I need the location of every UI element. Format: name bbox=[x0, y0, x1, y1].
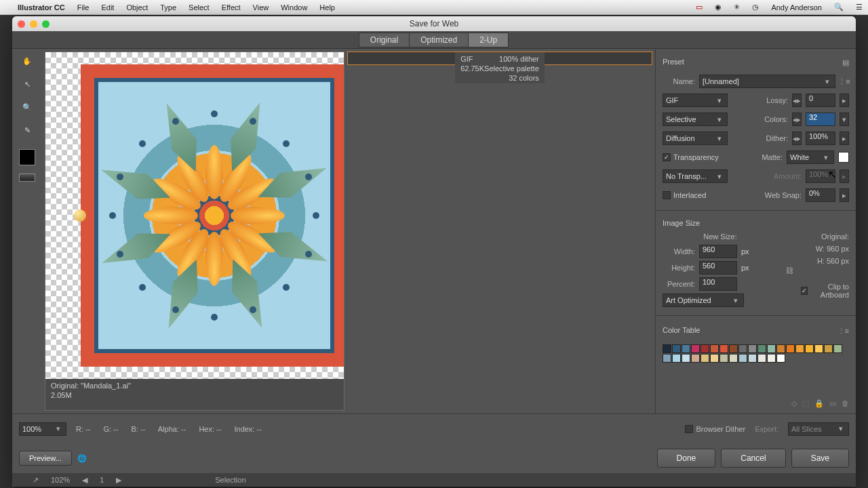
menu-object[interactable]: Object bbox=[126, 3, 148, 12]
slice-select-tool-icon[interactable]: ↖ bbox=[19, 76, 35, 92]
color-swatch[interactable] bbox=[748, 354, 757, 363]
color-swatch[interactable] bbox=[776, 344, 785, 353]
status-zoom[interactable]: 102% bbox=[51, 476, 70, 484]
color-swatch[interactable] bbox=[833, 344, 842, 353]
preview-pane-original[interactable]: Original: "Mandala_1.ai" 2.05M bbox=[45, 52, 344, 411]
color-swatch[interactable] bbox=[757, 344, 766, 353]
color-swatch[interactable] bbox=[710, 344, 719, 353]
eyedropper-tool-icon[interactable]: ✎ bbox=[19, 122, 35, 138]
matte-select[interactable]: White▾ bbox=[787, 150, 834, 164]
colors-menu-icon[interactable]: ▾ bbox=[840, 113, 849, 126]
color-swatch[interactable] bbox=[710, 354, 719, 363]
menu-edit[interactable]: Edit bbox=[101, 3, 114, 12]
colortable-menu-icon[interactable]: ⋮≡ bbox=[837, 327, 849, 336]
color-swatch[interactable] bbox=[729, 344, 738, 353]
ct-lock-icon[interactable]: 🔒 bbox=[814, 399, 824, 408]
interlaced-checkbox[interactable]: Interlaced bbox=[663, 191, 706, 199]
lossy-input[interactable]: 0 bbox=[806, 94, 835, 107]
artboard-next-icon[interactable]: ▶ bbox=[116, 476, 121, 485]
color-swatch[interactable] bbox=[672, 354, 681, 363]
menu-type[interactable]: Type bbox=[160, 3, 176, 12]
color-swatch[interactable] bbox=[682, 344, 690, 353]
menu-list-icon[interactable]: ☰ bbox=[856, 3, 863, 12]
menu-file[interactable]: File bbox=[77, 3, 90, 12]
dither-input[interactable]: 100% bbox=[806, 131, 835, 145]
zoom-select[interactable]: 100%▾ bbox=[19, 422, 66, 436]
artboard-prev-icon[interactable]: ◀ bbox=[82, 476, 87, 485]
clip-artboard-checkbox[interactable]: ✓Clip to Artboard bbox=[801, 283, 849, 299]
color-swatch[interactable] bbox=[776, 354, 785, 363]
tab-optimized[interactable]: Optimized bbox=[409, 33, 469, 47]
color-swatch[interactable] bbox=[767, 344, 776, 353]
colors-input[interactable]: 32 bbox=[806, 113, 835, 126]
color-swatch[interactable] bbox=[691, 354, 700, 363]
tab-2up[interactable]: 2-Up bbox=[468, 33, 509, 47]
color-swatch[interactable] bbox=[672, 344, 681, 353]
color-swatch[interactable] bbox=[719, 354, 728, 363]
reduction-select[interactable]: Selective▾ bbox=[663, 113, 728, 126]
ct-snap-web-icon[interactable]: ◇ bbox=[791, 399, 797, 408]
color-swatch[interactable] bbox=[805, 344, 814, 353]
colors-stepper[interactable]: ◂▸ bbox=[792, 113, 802, 126]
format-select[interactable]: GIF▾ bbox=[663, 94, 728, 107]
browser-dither-checkbox[interactable]: Browser Dither bbox=[685, 425, 745, 433]
transparency-checkbox[interactable]: ✓Transparency bbox=[663, 153, 719, 161]
percent-input[interactable]: 100 bbox=[699, 277, 737, 291]
color-swatch[interactable] bbox=[814, 344, 823, 353]
preset-menu-icon[interactable]: ▤ bbox=[842, 58, 849, 67]
status-page[interactable]: 1 bbox=[100, 476, 104, 484]
ct-map-transparent-icon[interactable]: ⬚ bbox=[802, 399, 809, 408]
color-swatch[interactable] bbox=[701, 344, 709, 353]
app-menu[interactable]: Illustrator CC bbox=[18, 3, 65, 12]
websnap-input[interactable]: 0% bbox=[806, 188, 835, 202]
save-button[interactable]: Save bbox=[791, 449, 849, 468]
constrain-link-icon[interactable]: ⛓ bbox=[786, 266, 793, 274]
color-swatch[interactable] bbox=[719, 344, 728, 353]
transparency-dither-select[interactable]: No Transp...▾ bbox=[663, 169, 728, 183]
menu-window[interactable]: Window bbox=[281, 3, 307, 12]
quality-select[interactable]: Art Optimized▾ bbox=[663, 293, 744, 307]
zoom-tool-icon[interactable]: 🔍 bbox=[19, 99, 35, 115]
color-swatch[interactable] bbox=[701, 354, 709, 363]
browser-icon[interactable]: 🌐 bbox=[77, 454, 87, 463]
dither-slider-icon[interactable]: ▸ bbox=[840, 131, 849, 145]
color-swatch[interactable] bbox=[786, 344, 795, 353]
status-icon[interactable]: ▭ bbox=[696, 3, 703, 12]
ct-new-icon[interactable]: ▭ bbox=[829, 399, 836, 408]
color-swatch[interactable] bbox=[824, 344, 833, 353]
websnap-slider-icon[interactable]: ▸ bbox=[840, 188, 849, 202]
width-input[interactable]: 960 bbox=[699, 245, 737, 258]
dither-method-select[interactable]: Diffusion▾ bbox=[663, 131, 728, 145]
cancel-button[interactable]: Cancel bbox=[721, 449, 785, 468]
color-swatch[interactable] bbox=[748, 344, 757, 353]
tab-original[interactable]: Original bbox=[359, 33, 410, 47]
preview-button[interactable]: Preview... bbox=[19, 451, 72, 466]
menu-select[interactable]: Select bbox=[189, 3, 210, 12]
menu-effect[interactable]: Effect bbox=[222, 3, 241, 12]
matte-swatch[interactable] bbox=[838, 152, 849, 163]
preset-options-icon[interactable]: ⋮≡ bbox=[840, 77, 849, 86]
color-swatch[interactable] bbox=[663, 344, 671, 353]
hand-tool-icon[interactable]: ✋ bbox=[19, 53, 35, 69]
color-swatch[interactable] bbox=[691, 344, 700, 353]
artboard-nav-icon[interactable]: ↗ bbox=[33, 476, 39, 485]
dither-stepper[interactable]: ◂▸ bbox=[792, 131, 802, 145]
color-swatch[interactable] bbox=[738, 344, 747, 353]
lossy-stepper[interactable]: ◂▸ bbox=[792, 94, 802, 107]
cc-icon[interactable]: ◉ bbox=[715, 3, 722, 12]
done-button[interactable]: Done bbox=[657, 449, 716, 468]
slice-visibility-icon[interactable] bbox=[19, 174, 35, 182]
menu-help[interactable]: Help bbox=[319, 3, 335, 12]
ct-delete-icon[interactable]: 🗑 bbox=[842, 399, 849, 408]
spotlight-icon[interactable]: 🔍 bbox=[834, 3, 844, 12]
preview-pane-optimized[interactable]: GIF 62.75K 100% dither Selective palette… bbox=[347, 52, 652, 65]
clock-icon[interactable]: ◷ bbox=[752, 3, 759, 12]
user-name[interactable]: Andy Anderson bbox=[771, 3, 822, 12]
color-swatch[interactable] bbox=[795, 344, 804, 353]
color-swatch[interactable] bbox=[757, 354, 766, 363]
color-swatch[interactable] bbox=[663, 354, 671, 363]
color-swatch[interactable] bbox=[738, 354, 747, 363]
menu-view[interactable]: View bbox=[253, 3, 269, 12]
height-input[interactable]: 560 bbox=[699, 261, 737, 274]
lossy-slider-icon[interactable]: ▸ bbox=[840, 94, 849, 107]
